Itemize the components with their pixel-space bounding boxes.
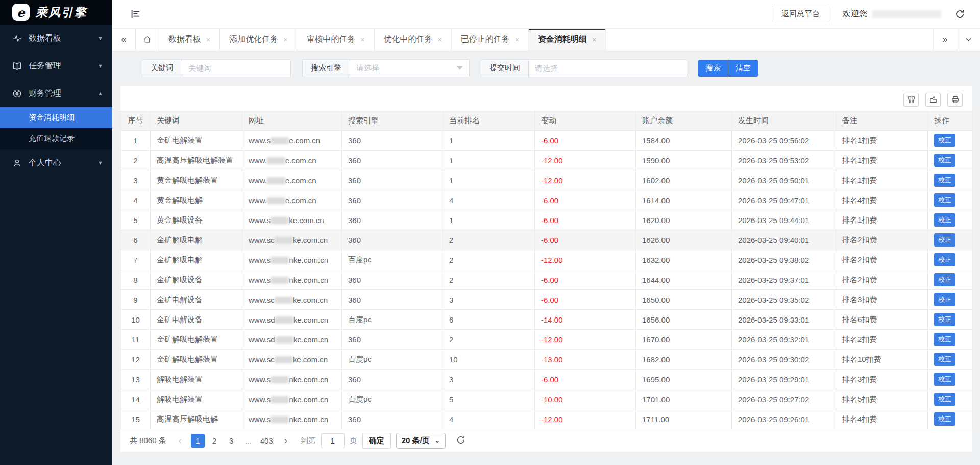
correct-button[interactable]: 校正: [934, 233, 955, 247]
print-button[interactable]: [947, 93, 963, 107]
cell-action: 校正: [928, 210, 972, 230]
scroll-tabs-right-icon[interactable]: »: [933, 29, 957, 51]
page-size-caret-icon: ⌄: [435, 437, 440, 444]
search-button[interactable]: 搜索: [698, 60, 728, 77]
correct-button[interactable]: 校正: [934, 193, 955, 207]
goto-page-unit: 页: [350, 436, 357, 446]
page-number-403[interactable]: 403: [258, 434, 275, 448]
correct-button[interactable]: 校正: [934, 373, 955, 386]
engine-filter-select[interactable]: 请选择: [350, 60, 469, 77]
tab-fund-consumption-detail[interactable]: 资金消耗明细×: [529, 29, 606, 51]
url-redacted: [271, 137, 289, 144]
goto-confirm-button[interactable]: 确定: [362, 433, 391, 449]
app-root: e 乘风引擎 数据看板▼任务管理▼财务管理▲资金消耗明细充值退款记录个人中心▼ …: [0, 0, 980, 465]
correct-button[interactable]: 校正: [934, 134, 955, 147]
time-filter-input[interactable]: [529, 60, 687, 77]
tab-data-dashboard[interactable]: 数据看板×: [159, 29, 220, 51]
page-number-3[interactable]: 3: [225, 434, 238, 448]
correct-button[interactable]: 校正: [934, 253, 955, 266]
home-icon[interactable]: [136, 29, 159, 51]
correct-button[interactable]: 校正: [934, 154, 955, 167]
welcome-text: 欢迎您: [843, 9, 941, 19]
tab-tasks-under-review[interactable]: 审核中的任务×: [297, 29, 374, 51]
sidebar-item-finance-management[interactable]: 财务管理▲: [0, 80, 112, 107]
correct-button[interactable]: 校正: [934, 293, 955, 306]
sidebar-item-fund-consumption-detail[interactable]: 资金消耗明细: [0, 107, 112, 128]
back-to-platform-button[interactable]: 返回总平台: [772, 6, 829, 22]
refresh-icon[interactable]: [954, 9, 966, 20]
sidebar-item-label: 任务管理: [29, 61, 97, 71]
cell-search-engine: 360: [342, 230, 443, 250]
cell-action: 校正: [928, 250, 972, 270]
correct-button[interactable]: 校正: [934, 213, 955, 227]
url-prefix: www.sc: [249, 296, 275, 304]
cell-search-engine: 百度pc: [342, 250, 443, 270]
page-size-select[interactable]: 20 条/页 ⌄: [396, 433, 446, 449]
correct-button[interactable]: 校正: [934, 412, 955, 426]
page-number-2[interactable]: 2: [208, 434, 222, 448]
cell-current-rank: 4: [443, 409, 535, 429]
url-suffix: ke.com.cn: [289, 216, 324, 225]
print-icon: [951, 95, 960, 104]
close-icon[interactable]: ×: [206, 36, 210, 44]
url-redacted: [275, 356, 293, 363]
correct-button[interactable]: 校正: [934, 174, 955, 187]
url-prefix: www.sc: [249, 355, 275, 364]
correct-button[interactable]: 校正: [934, 333, 955, 346]
close-icon[interactable]: ×: [592, 36, 596, 44]
close-icon[interactable]: ×: [515, 36, 519, 44]
cell-current-rank: 2: [443, 230, 535, 250]
cell-keyword: 高温高压解吸电解装置: [151, 151, 242, 170]
column-settings-button[interactable]: [903, 93, 919, 107]
total-count: 共 8060 条: [130, 436, 166, 446]
sidebar-item-recharge-refund-records[interactable]: 充值退款记录: [0, 128, 112, 149]
cell-current-rank: 2: [443, 330, 535, 350]
cell-search-engine: 百度pc: [342, 389, 443, 409]
scroll-tabs-left-icon[interactable]: «: [112, 29, 136, 51]
cell-remark: 排名3扣费: [836, 290, 928, 310]
select-caret-icon: [457, 66, 463, 70]
correct-button[interactable]: 校正: [934, 353, 955, 366]
cell-url: www.snke.com.cn: [242, 409, 342, 429]
cell-current-rank: 2: [443, 270, 535, 290]
cell-occur-time: 2026-03-25 09:47:01: [732, 190, 836, 210]
cell-remark: 排名2扣费: [836, 230, 928, 250]
close-icon[interactable]: ×: [360, 36, 364, 44]
keyword-filter-input[interactable]: [182, 60, 290, 77]
sidebar-item-data-dashboard[interactable]: 数据看板▼: [0, 25, 112, 52]
table-refresh-icon[interactable]: [456, 435, 467, 446]
url-suffix: ke.com.cn: [293, 315, 328, 324]
tab-options-chevron-icon[interactable]: [957, 29, 980, 51]
correct-button[interactable]: 校正: [934, 393, 955, 406]
tab-tasks-optimizing[interactable]: 优化中的任务×: [375, 29, 452, 51]
cell-current-rank: 1: [443, 210, 535, 230]
cell-current-rank: 1: [443, 151, 535, 170]
cell-occur-time: 2026-03-25 09:35:02: [732, 290, 836, 310]
cell-change: -6.00: [535, 290, 636, 310]
cell-account-balance: 1701.00: [636, 389, 732, 409]
cell-current-rank: 1: [443, 131, 535, 151]
correct-button[interactable]: 校正: [934, 273, 955, 286]
cell-url: www.scke.com.cn: [242, 350, 342, 370]
collapse-sidebar-icon[interactable]: [130, 8, 142, 20]
keyword-filter-group: 关键词: [142, 59, 291, 77]
tab-tasks-stopped[interactable]: 已停止的任务×: [452, 29, 529, 51]
export-button[interactable]: [925, 93, 941, 107]
tab-add-optimization-task[interactable]: 添加优化任务×: [220, 29, 297, 51]
url-suffix: ke.com.cn: [293, 296, 328, 304]
clear-button[interactable]: 清空: [728, 60, 758, 77]
goto-page-input[interactable]: [321, 433, 345, 448]
close-icon[interactable]: ×: [283, 36, 287, 44]
table-card: 序号关键词网址搜索引擎当前排名变动账户余额发生时间备注操作 1金矿电解装置www…: [120, 86, 972, 452]
sidebar-item-task-management[interactable]: 任务管理▼: [0, 52, 112, 80]
pulse-icon: [12, 33, 22, 43]
correct-button[interactable]: 校正: [934, 313, 955, 326]
close-icon[interactable]: ×: [438, 36, 442, 44]
sidebar-item-personal-center[interactable]: 个人中心▼: [0, 149, 112, 177]
page-number-1[interactable]: 1: [191, 434, 205, 448]
next-page-icon[interactable]: ›: [280, 435, 291, 446]
cell-remark: 排名2扣费: [836, 330, 928, 350]
prev-page-icon[interactable]: ‹: [175, 435, 186, 446]
column-header: 网址: [242, 111, 342, 131]
cell-account-balance: 1670.00: [636, 330, 732, 350]
